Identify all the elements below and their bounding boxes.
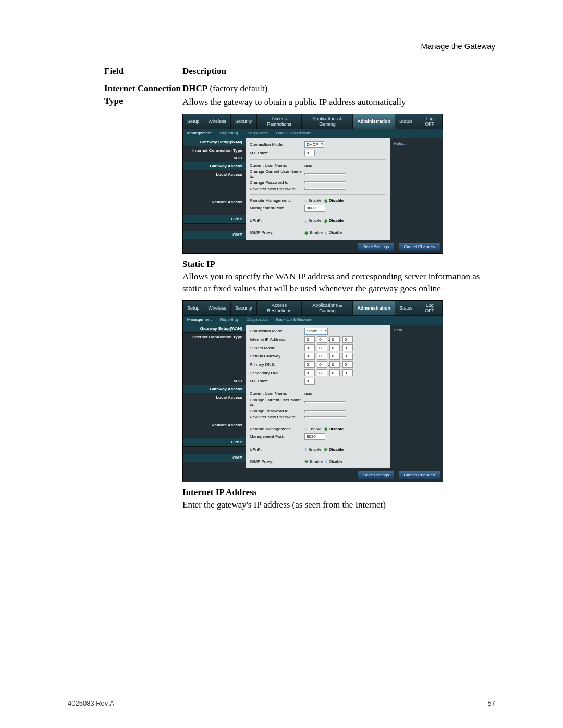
input-mgmt-port-2[interactable]: 8080 bbox=[304, 433, 325, 440]
tab-logoff[interactable]: Log OFF bbox=[417, 114, 443, 129]
tab-setup-2[interactable]: Setup bbox=[183, 301, 204, 315]
tab-logoff-2[interactable]: Log OFF bbox=[417, 301, 443, 315]
tab-wireless[interactable]: Wireless bbox=[204, 114, 231, 129]
input-gw-2[interactable]: 0 bbox=[317, 353, 327, 360]
input-change-pw-2[interactable] bbox=[304, 410, 346, 412]
side-mtu: MTU bbox=[183, 154, 246, 162]
save-settings-button[interactable]: Save Settings bbox=[358, 243, 394, 251]
lbl-remote-mgmt: Remote Management: bbox=[250, 198, 304, 203]
input-pdns-2[interactable]: 0 bbox=[317, 361, 327, 368]
side-remote-access-2: Remote Access bbox=[183, 421, 246, 429]
tab-access-restrictions-2[interactable]: Access Restrictions bbox=[257, 301, 302, 315]
side-internet-conn-type: Internet Connection Type bbox=[183, 146, 246, 154]
router-top-tabs: Setup Wireless Security Access Restricti… bbox=[183, 114, 443, 129]
radio-upnp-enable-2[interactable] bbox=[304, 447, 308, 452]
input-mtu-size-2[interactable]: 0 bbox=[304, 378, 315, 385]
side-gateway-access-2: Gateway Access bbox=[183, 385, 246, 393]
radio-upnp-disable-2[interactable] bbox=[324, 447, 329, 452]
lbl-default-gw: Default Gateway: bbox=[250, 354, 304, 359]
lbl-mgmt-port-2: Management Port: bbox=[250, 434, 304, 439]
radio-remote-enable-2[interactable] bbox=[304, 426, 308, 431]
tab-administration[interactable]: Administration bbox=[353, 114, 395, 129]
input-iip-3[interactable]: 0 bbox=[329, 336, 340, 343]
radio-igmp-enable[interactable] bbox=[304, 230, 310, 236]
dhcp-line: DHCP (factory default) bbox=[182, 82, 495, 95]
tab-wireless-2[interactable]: Wireless bbox=[204, 301, 231, 315]
cancel-changes-button-2[interactable]: Cancel Changes bbox=[399, 471, 440, 479]
input-pdns-4[interactable]: 0 bbox=[342, 361, 353, 368]
subtab-reporting-2[interactable]: Reporting bbox=[216, 316, 242, 325]
lbl-change-pw-2: Change Password to: bbox=[250, 409, 304, 413]
tab-security-2[interactable]: Security bbox=[231, 301, 257, 315]
tab-administration-2[interactable]: Administration bbox=[353, 301, 395, 315]
select-connection-mode-dhcp[interactable]: DHCP bbox=[304, 141, 324, 148]
input-sdns-3[interactable]: 0 bbox=[329, 369, 340, 376]
tab-security[interactable]: Security bbox=[231, 114, 257, 129]
subtab-management-2[interactable]: Management bbox=[183, 316, 216, 325]
input-sm-4[interactable]: 0 bbox=[342, 344, 353, 351]
lbl-connection-mode: Connection Mode: bbox=[250, 142, 304, 147]
input-gw-3[interactable]: 0 bbox=[329, 353, 340, 360]
side-mtu-2: MTU bbox=[183, 377, 246, 385]
input-pdns-3[interactable]: 0 bbox=[329, 361, 340, 368]
radio-remote-enable[interactable] bbox=[304, 198, 308, 203]
radio-upnp-enable[interactable] bbox=[304, 218, 308, 224]
input-iip-2[interactable]: 0 bbox=[317, 336, 327, 343]
lbl-secondary-dns: Secondary DNS: bbox=[250, 371, 304, 375]
dhcp-bold: DHCP bbox=[182, 83, 207, 93]
select-connection-mode-static[interactable]: Static IP bbox=[304, 328, 328, 335]
router-help-2[interactable]: Help... bbox=[390, 325, 443, 468]
subtab-management[interactable]: Management bbox=[183, 129, 216, 138]
description-cell: DHCP (factory default) Allows the gatewa… bbox=[182, 82, 495, 511]
radio-upnp-disable[interactable] bbox=[324, 218, 329, 224]
input-mtu-size[interactable]: 0 bbox=[304, 150, 315, 156]
router-content: Connection Mode:DHCP MTU size:0 Current … bbox=[246, 138, 390, 240]
radio-remote-disable[interactable] bbox=[324, 198, 329, 203]
input-mgmt-port[interactable]: 8080 bbox=[304, 205, 325, 212]
router-footer: Save Settings Cancel Changes bbox=[183, 240, 443, 253]
radio-igmp-disable[interactable] bbox=[325, 230, 328, 236]
input-sdns-1[interactable]: 0 bbox=[304, 369, 315, 376]
subtab-reporting[interactable]: Reporting bbox=[216, 129, 242, 138]
input-sdns-2[interactable]: 0 bbox=[317, 369, 327, 376]
subtab-diagnostics[interactable]: Diagnostics bbox=[242, 129, 272, 138]
input-sm-3[interactable]: 0 bbox=[329, 344, 340, 351]
input-gw-1[interactable]: 0 bbox=[304, 353, 315, 360]
radio-igmp-disable-2[interactable] bbox=[325, 459, 328, 464]
input-sdns-4[interactable]: 0 bbox=[342, 369, 353, 376]
subtab-backup-restore[interactable]: Back Up & Restore bbox=[272, 129, 316, 138]
input-gw-4[interactable]: 0 bbox=[342, 353, 353, 360]
tab-applications-gaming[interactable]: Applications & Gaming bbox=[302, 114, 353, 129]
input-iip-1[interactable]: 0 bbox=[304, 336, 315, 343]
input-iip-4[interactable]: 0 bbox=[342, 336, 353, 343]
tab-access-restrictions[interactable]: Access Restrictions bbox=[257, 114, 302, 129]
side-igmp-2: IGMP bbox=[183, 454, 246, 462]
input-pdns-1[interactable]: 0 bbox=[304, 361, 315, 368]
subtab-diagnostics-2[interactable]: Diagnostics bbox=[242, 316, 272, 325]
lbl-igmp: IGMP Proxy: bbox=[250, 230, 304, 235]
input-sm-2[interactable]: 0 bbox=[317, 344, 327, 351]
cancel-changes-button[interactable]: Cancel Changes bbox=[399, 243, 440, 251]
input-change-user[interactable] bbox=[304, 173, 346, 175]
tab-applications-gaming-2[interactable]: Applications & Gaming bbox=[302, 301, 353, 315]
tab-status-2[interactable]: Status bbox=[395, 301, 418, 315]
tab-status[interactable]: Status bbox=[395, 114, 418, 129]
input-reenter-pw-2[interactable] bbox=[304, 416, 346, 418]
radio-igmp-enable-2[interactable] bbox=[304, 459, 310, 464]
static-ip-desc: Allows you to specify the WAN IP address… bbox=[182, 270, 495, 295]
input-sm-1[interactable]: 0 bbox=[304, 344, 315, 351]
tab-setup[interactable]: Setup bbox=[183, 114, 204, 129]
subtab-backup-restore-2[interactable]: Back Up & Restore bbox=[272, 316, 316, 325]
save-settings-button-2[interactable]: Save Settings bbox=[358, 471, 394, 479]
page-footer: 4025083 Rev A 57 bbox=[68, 699, 495, 707]
input-change-user-2[interactable] bbox=[304, 401, 346, 403]
internet-ip-title: Internet IP Address bbox=[182, 487, 495, 498]
side-gateway-access: Gateway Access bbox=[183, 162, 246, 170]
input-change-pw[interactable] bbox=[304, 181, 346, 183]
lbl-change-pw: Change Password to: bbox=[250, 180, 304, 185]
dhcp-desc: Allows the gateway to obtain a public IP… bbox=[182, 96, 495, 108]
router-help[interactable]: Help... bbox=[390, 138, 443, 240]
side-gateway-setup-2: Gateway Setup(WAN) bbox=[183, 325, 246, 333]
input-reenter-pw[interactable] bbox=[304, 188, 346, 190]
radio-remote-disable-2[interactable] bbox=[324, 426, 329, 431]
